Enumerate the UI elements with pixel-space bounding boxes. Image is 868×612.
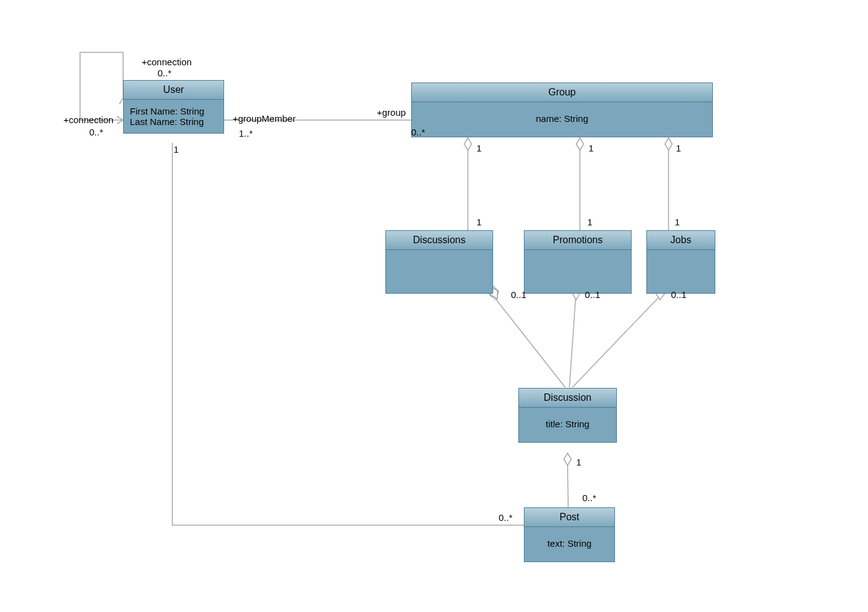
label-group-role-mult: 0..* [411, 127, 425, 137]
label-disc-one: 1 [476, 217, 481, 227]
attr-row: title: String [546, 419, 590, 429]
class-user-title: User [124, 81, 223, 100]
class-group-body: name: String [412, 102, 712, 137]
class-jobs: Jobs [646, 230, 715, 294]
attr-row: name: String [536, 113, 588, 124]
svg-marker-3 [464, 138, 472, 150]
class-post-body: text: String [524, 527, 614, 562]
class-discussions-body [386, 250, 492, 293]
class-promotions-body [524, 250, 631, 293]
label-user-one: 1 [174, 144, 179, 155]
label-jobs-one: 1 [675, 217, 680, 227]
class-user-body: First Name: String Last Name: String [124, 100, 223, 133]
label-post-left-zm: 0..* [499, 512, 513, 523]
class-post: Post text: String [524, 507, 615, 562]
label-prom-one: 1 [587, 217, 592, 227]
label-connection-left: +connection [63, 115, 113, 125]
label-group-one-b: 1 [589, 143, 593, 153]
class-discussion: Discussion title: String [518, 388, 617, 443]
label-groupmember-mult: 1..* [239, 128, 253, 139]
label-disc-zo: 0..1 [511, 289, 526, 300]
class-promotions-title: Promotions [524, 231, 631, 250]
class-post-title: Post [524, 508, 614, 527]
label-jobs-zo: 0..1 [671, 289, 686, 300]
label-group-role: +group [377, 107, 406, 118]
label-connection-top-mult: 0..* [158, 68, 172, 78]
label-discussion-one: 1 [576, 457, 581, 467]
svg-marker-5 [576, 138, 584, 150]
svg-marker-15 [564, 453, 571, 465]
attr-row: text: String [547, 538, 592, 549]
label-connection-top: +connection [142, 57, 191, 67]
class-discussions-title: Discussions [386, 231, 492, 250]
class-promotions: Promotions [524, 230, 632, 294]
class-discussion-title: Discussion [519, 389, 616, 408]
class-discussion-body: title: String [519, 408, 616, 442]
svg-line-14 [568, 465, 568, 508]
label-post-zm: 0..* [582, 493, 597, 503]
label-connection-left-mult: 0..* [89, 127, 103, 137]
svg-marker-7 [665, 138, 672, 150]
attr-row: First Name: String [130, 106, 217, 116]
label-prom-zo: 0..1 [585, 289, 600, 300]
class-user: User First Name: String Last Name: Strin… [123, 80, 224, 134]
class-jobs-title: Jobs [647, 231, 715, 250]
attr-row: Last Name: String [130, 116, 217, 127]
class-jobs-body [647, 250, 715, 293]
label-groupmember: +groupMember [233, 113, 295, 124]
label-group-one-a: 1 [476, 143, 481, 153]
label-group-one-c: 1 [676, 143, 681, 153]
class-group-title: Group [412, 83, 712, 102]
class-group: Group name: String [411, 83, 713, 137]
class-discussions: Discussions [385, 230, 493, 294]
